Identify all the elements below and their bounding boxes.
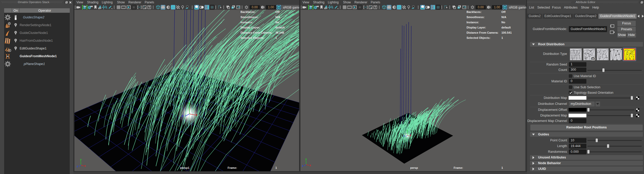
svg-text:1.00: 1.00 (494, 5, 500, 9)
svg-text:z: z (77, 165, 78, 168)
svg-text:No: No (275, 21, 279, 24)
svg-text:y: y (305, 158, 307, 161)
svg-text:Frame:: Frame: (454, 166, 463, 169)
svg-text:Z: Z (403, 135, 405, 137)
svg-text:1.00: 1.00 (268, 5, 274, 9)
svg-text:persp: persp (410, 166, 418, 169)
svg-text:Backfaces:: Backfaces: (467, 10, 482, 13)
svg-text:ON: ON (277, 6, 280, 8)
svg-text:36.048: 36.048 (275, 31, 284, 34)
svg-text:Off: Off (275, 10, 280, 13)
svg-text:No: No (501, 21, 505, 24)
svg-text:Distance From Camera:: Distance From Camera: (240, 31, 273, 34)
svg-text:N/A: N/A (501, 16, 506, 19)
svg-text:Z: Z (182, 114, 183, 118)
svg-text:persp1: persp1 (180, 166, 189, 169)
svg-text:Backfaces:: Backfaces: (240, 10, 255, 13)
svg-text:1: 1 (501, 36, 503, 39)
svg-text:1: 1 (275, 36, 277, 39)
svg-text:sRGB gamm: sRGB gamm (283, 6, 299, 9)
svg-text:1: 1 (501, 166, 503, 169)
svg-text:ON: ON (503, 6, 506, 8)
svg-text:Smoothness:: Smoothness: (467, 16, 485, 19)
svg-text:x: x (309, 164, 311, 167)
svg-text:Y: Y (189, 102, 191, 105)
svg-text:Instance:: Instance: (240, 21, 253, 24)
svg-text:z: z (302, 164, 303, 167)
svg-text:100.541: 100.541 (501, 31, 512, 34)
svg-text:1: 1 (275, 166, 277, 169)
svg-text:default: default (275, 26, 285, 29)
svg-text:x: x (84, 164, 86, 167)
svg-text:Instance:: Instance: (467, 21, 479, 24)
svg-text:Display Layer:: Display Layer: (240, 26, 260, 29)
svg-text:X: X (410, 134, 412, 137)
svg-text:Distance From Camera:: Distance From Camera: (467, 31, 499, 34)
svg-text:Y: Y (407, 129, 408, 132)
svg-text:0.00: 0.00 (252, 5, 258, 9)
svg-text:Frame:: Frame: (228, 166, 237, 169)
svg-text:default: default (501, 26, 511, 29)
svg-text:y: y (80, 158, 82, 161)
svg-text:0.00: 0.00 (478, 5, 484, 9)
svg-text:sRGB gamm: sRGB gamm (509, 6, 526, 9)
svg-text:uv: uv (592, 57, 594, 60)
svg-text:Selected Objects:: Selected Objects: (467, 36, 490, 39)
svg-text:N/A: N/A (275, 16, 280, 19)
svg-text:X: X (196, 113, 198, 117)
svg-text:Off: Off (501, 10, 506, 13)
svg-text:Display Layer:: Display Layer: (467, 26, 486, 29)
svg-text:Selected Objects:: Selected Objects: (240, 36, 264, 39)
svg-text:Smoothness:: Smoothness: (240, 16, 259, 19)
